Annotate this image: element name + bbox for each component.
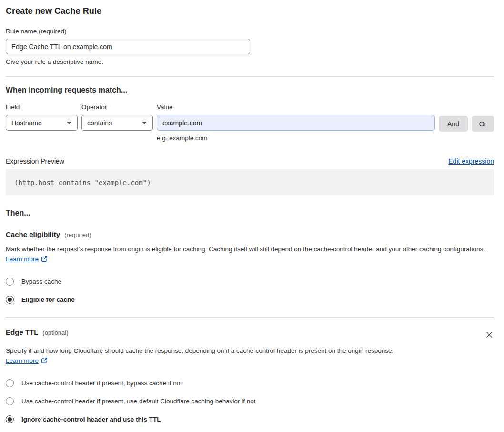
value-label: Value xyxy=(157,103,435,111)
rule-name-section: Rule name (required) Give your rule a de… xyxy=(6,28,494,65)
or-button[interactable]: Or xyxy=(472,116,494,132)
divider xyxy=(6,76,494,77)
external-link-icon xyxy=(41,357,48,367)
radio-icon xyxy=(6,397,14,405)
radio-icon xyxy=(6,278,14,286)
match-section-heading: When incoming requests match... xyxy=(6,86,494,94)
edge-ttl-heading: Edge TTL xyxy=(6,328,38,336)
chevron-down-icon xyxy=(142,122,147,124)
field-label: Field xyxy=(6,103,78,111)
cache-eligibility-description: Mark whether the request’s response from… xyxy=(6,244,494,265)
expression-preview-row: Expression Preview Edit expression xyxy=(6,157,494,165)
rule-name-label: Rule name (required) xyxy=(6,28,494,35)
field-select[interactable]: Hostname xyxy=(6,115,78,131)
radio-icon xyxy=(6,379,14,387)
learn-more-link[interactable]: Learn more xyxy=(6,256,39,263)
radio-eligible-for-cache[interactable]: Eligible for cache xyxy=(6,296,494,304)
match-controls-row: Field Hostname Operator contains Value e… xyxy=(6,103,494,142)
close-edge-ttl-button[interactable] xyxy=(484,330,494,341)
expression-preview-code: (http.host contains "example.com") xyxy=(6,169,494,195)
value-helper: e.g. example.com xyxy=(157,134,435,142)
radio-ignore-header-use-ttl[interactable]: Ignore cache-control header and use this… xyxy=(6,415,494,423)
rule-name-helper: Give your rule a descriptive name. xyxy=(6,58,494,65)
cache-eligibility-header: Cache eligibility (required) xyxy=(6,230,494,238)
page-title: Create new Cache Rule xyxy=(6,6,494,16)
external-link-icon xyxy=(41,255,48,265)
value-input[interactable] xyxy=(157,115,435,131)
close-icon xyxy=(485,331,493,339)
operator-select-value: contains xyxy=(87,119,112,127)
then-heading: Then... xyxy=(6,209,494,217)
operator-label: Operator xyxy=(81,103,153,111)
optional-note: (optional) xyxy=(42,329,68,336)
edge-ttl-options: Use cache-control header if present, byp… xyxy=(6,379,494,423)
radio-bypass-cache[interactable]: Bypass cache xyxy=(6,278,494,286)
rule-name-input[interactable] xyxy=(6,39,250,54)
edge-ttl-header: Edge TTL (optional) xyxy=(6,328,494,341)
expression-preview-label: Expression Preview xyxy=(6,157,64,165)
and-button[interactable]: And xyxy=(439,116,468,132)
radio-use-header-default[interactable]: Use cache-control header if present, use… xyxy=(6,397,494,405)
edge-ttl-description: Specify if and how long Cloudflare shoul… xyxy=(6,346,405,367)
field-select-value: Hostname xyxy=(11,119,42,127)
chevron-down-icon xyxy=(67,122,71,124)
radio-icon xyxy=(6,296,14,304)
radio-use-header-bypass[interactable]: Use cache-control header if present, byp… xyxy=(6,379,494,387)
learn-more-link[interactable]: Learn more xyxy=(6,357,39,364)
radio-icon xyxy=(6,415,14,423)
cache-eligibility-options: Bypass cache Eligible for cache xyxy=(6,278,494,304)
operator-select[interactable]: contains xyxy=(81,115,153,131)
divider xyxy=(6,317,494,318)
required-note: (required) xyxy=(64,231,91,238)
cache-eligibility-heading: Cache eligibility xyxy=(6,230,60,238)
edit-expression-link[interactable]: Edit expression xyxy=(448,157,494,165)
